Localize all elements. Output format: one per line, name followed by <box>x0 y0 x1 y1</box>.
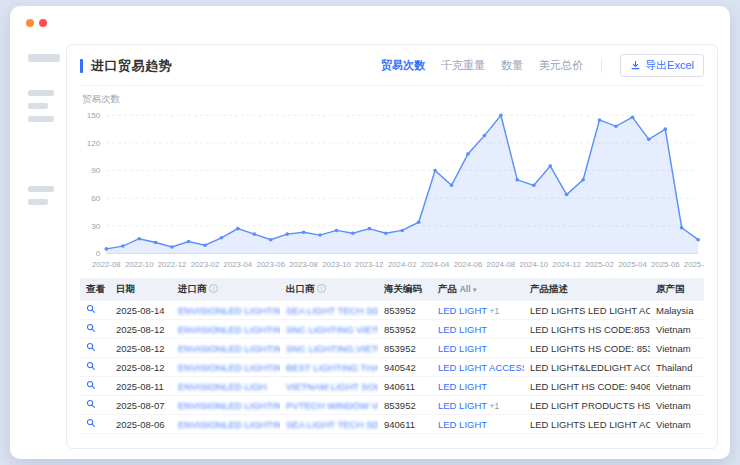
date-cell: 2025-08-12 <box>110 358 172 377</box>
product-link[interactable]: LED LIGHT <box>438 381 487 392</box>
data-point[interactable] <box>450 184 454 188</box>
data-point[interactable] <box>351 231 355 235</box>
product-extra-count[interactable]: +1 <box>490 306 500 316</box>
info-icon[interactable]: i <box>317 284 326 293</box>
data-point[interactable] <box>220 236 224 240</box>
view-details-button[interactable] <box>86 399 96 411</box>
column-label: 原产国 <box>656 283 685 294</box>
country-cell: Vietnam <box>650 339 704 358</box>
description-cell: LED LIGHT PRODUCTS HS CODE: 853952,NUWAT… <box>524 396 650 415</box>
export-excel-button[interactable]: 导出Excel <box>620 54 704 77</box>
sidebar <box>10 6 66 459</box>
country-cell: Vietnam <box>650 415 704 434</box>
data-point[interactable] <box>483 134 487 138</box>
description-cell: LED LIGHTS LED LIGHT ACCESSORIES,ENVISIO… <box>524 301 650 320</box>
svg-text:2023-08: 2023-08 <box>289 261 318 270</box>
data-point[interactable] <box>614 125 618 129</box>
title-accent-bar <box>80 59 83 73</box>
product-link[interactable]: LED LIGHT <box>438 305 487 316</box>
data-point[interactable] <box>631 115 635 119</box>
product-link[interactable]: LED LIGHT ACCESSORY <box>438 362 524 373</box>
data-point[interactable] <box>515 178 519 182</box>
data-point[interactable] <box>236 227 240 231</box>
column-header-2[interactable]: 进口商 i <box>172 278 280 301</box>
data-point[interactable] <box>696 238 700 242</box>
data-point[interactable] <box>187 240 191 244</box>
data-point[interactable] <box>269 238 273 242</box>
data-point[interactable] <box>565 193 569 197</box>
data-point[interactable] <box>532 184 536 188</box>
tab-usd-total[interactable]: 美元总价 <box>539 58 583 73</box>
view-details-button[interactable] <box>86 323 96 335</box>
data-point[interactable] <box>318 233 322 237</box>
data-point[interactable] <box>680 226 684 230</box>
svg-text:2022-12: 2022-12 <box>158 261 187 270</box>
importer-link[interactable]: ENVISIONLED LIGHTING I <box>178 419 280 430</box>
product-link[interactable]: LED LIGHT <box>438 400 487 411</box>
view-details-button[interactable] <box>86 361 96 373</box>
product-link[interactable]: LED LIGHT <box>438 419 487 430</box>
data-point[interactable] <box>335 229 339 233</box>
exporter-link[interactable]: SEA LIGHT TECH SDN BH <box>286 305 378 316</box>
column-header-5[interactable]: 产品 All ▾ <box>432 278 524 301</box>
data-point[interactable] <box>104 247 108 251</box>
product-link[interactable]: LED LIGHT <box>438 324 487 335</box>
trend-line-chart: 03060901201502022-082022-102022-122023-0… <box>80 106 704 274</box>
tab-kg-weight[interactable]: 千克重量 <box>441 58 485 73</box>
sidebar-item-skeleton[interactable] <box>28 103 48 109</box>
tab-quantity[interactable]: 数量 <box>501 58 523 73</box>
info-icon[interactable]: i <box>209 284 218 293</box>
data-point[interactable] <box>433 169 437 173</box>
data-point[interactable] <box>203 243 207 247</box>
data-point[interactable] <box>154 241 158 245</box>
product-extra-count[interactable]: +1 <box>490 401 500 411</box>
product-link[interactable]: LED LIGHT <box>438 343 487 354</box>
data-point[interactable] <box>384 231 388 235</box>
data-point[interactable] <box>581 178 585 182</box>
tab-trade-count[interactable]: 贸易次数 <box>381 58 425 73</box>
view-details-button[interactable] <box>86 380 96 392</box>
data-point[interactable] <box>466 152 470 156</box>
data-point[interactable] <box>121 244 125 248</box>
data-point[interactable] <box>647 138 651 142</box>
importer-link[interactable]: ENVISIONLED LIGH <box>178 381 267 392</box>
exporter-link[interactable]: SNC LIGHTING VIETNAM <box>286 324 378 335</box>
column-header-3[interactable]: 出口商 i <box>280 278 378 301</box>
column-header-4: 海关编码 <box>378 278 432 301</box>
data-point[interactable] <box>368 227 372 231</box>
data-point[interactable] <box>137 237 141 241</box>
data-point[interactable] <box>302 231 306 235</box>
data-point[interactable] <box>548 164 552 168</box>
data-point[interactable] <box>499 114 503 118</box>
data-point[interactable] <box>663 127 667 131</box>
exporter-link[interactable]: VIETNAM LIGHT SOURCE <box>286 381 378 392</box>
export-excel-label: 导出Excel <box>645 58 694 73</box>
download-icon <box>630 60 641 71</box>
hs-code-cell: 853952 <box>378 339 432 358</box>
importer-link[interactable]: ENVISIONLED LIGHTING I <box>178 324 280 335</box>
importer-link[interactable]: ENVISIONLED LIGHTING I <box>178 343 280 354</box>
importer-link[interactable]: ENVISIONLED LIGHTING I <box>178 305 280 316</box>
data-point[interactable] <box>417 220 421 224</box>
exporter-link[interactable]: SNC LIGHTING,VIETNAM <box>286 343 378 354</box>
exporter-link[interactable]: PVTECH WINDOW VINA C <box>286 400 378 411</box>
column-header-1: 日期 <box>110 278 172 301</box>
exporter-link[interactable]: BEST LIGHTING THAILAN <box>286 362 378 373</box>
importer-link[interactable]: ENVISIONLED LIGHTING I <box>178 400 280 411</box>
sidebar-item-skeleton[interactable] <box>28 90 54 96</box>
sidebar-item-skeleton[interactable] <box>28 199 48 205</box>
view-details-button[interactable] <box>86 418 96 430</box>
importer-link[interactable]: ENVISIONLED LIGHTING I <box>178 362 280 373</box>
data-point[interactable] <box>170 245 174 249</box>
data-point[interactable] <box>252 232 256 236</box>
data-point[interactable] <box>400 229 404 233</box>
exporter-link[interactable]: SEA LIGHT TECH SDN BH <box>286 419 378 430</box>
view-details-button[interactable] <box>86 304 96 316</box>
data-point[interactable] <box>598 118 602 122</box>
view-details-button[interactable] <box>86 342 96 354</box>
sidebar-item-skeleton[interactable] <box>28 186 54 192</box>
svg-text:2024-04: 2024-04 <box>421 261 450 270</box>
product-filter-dropdown[interactable]: All ▾ <box>460 284 477 294</box>
sidebar-item-skeleton[interactable] <box>28 116 54 122</box>
data-point[interactable] <box>285 232 289 236</box>
